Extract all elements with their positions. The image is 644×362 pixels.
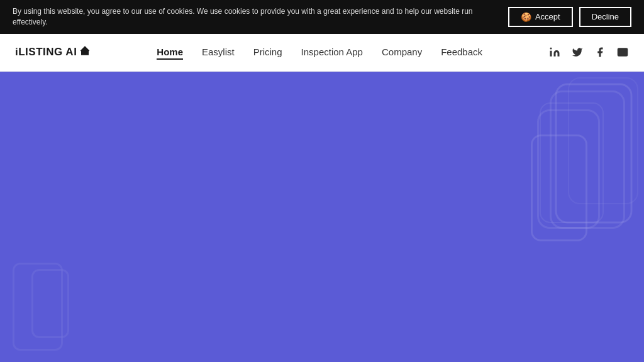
svg-rect-0 [550,51,552,57]
decline-label: Decline [592,12,619,21]
left-decoration [0,238,101,362]
social-icons [548,46,629,58]
nav-item-feedback[interactable]: Feedback [441,47,482,58]
cookie-icon: 🍪 [521,12,531,22]
svg-rect-3 [540,103,603,222]
accept-label: Accept [535,12,560,21]
nav-link-home[interactable]: Home [157,47,183,60]
hero-section [0,72,644,362]
nav-link-inspection-app[interactable]: Inspection App [301,47,363,57]
left-shape-2 [31,269,69,338]
nav-link-feedback[interactable]: Feedback [441,47,482,57]
nav-link-pricing[interactable]: Pricing [253,47,282,57]
twitter-icon[interactable] [571,46,584,58]
cookie-banner: By using this website, you agree to our … [0,0,644,34]
device-svg [506,72,644,362]
logo-text: iLISTING AI [15,45,91,60]
svg-rect-2 [556,84,631,222]
email-icon[interactable] [616,46,629,58]
nav-item-easylist[interactable]: Easylist [202,47,235,58]
linkedin-icon[interactable] [548,46,561,58]
nav-item-inspection-app[interactable]: Inspection App [301,47,363,58]
nav-link-company[interactable]: Company [382,47,422,57]
navbar: iLISTING AI Home Easylist Pricing Inspec… [0,34,644,72]
right-decoration [506,72,644,362]
nav-item-company[interactable]: Company [382,47,422,58]
logo-icon [79,45,91,60]
svg-point-1 [550,48,552,50]
cookie-message: By using this website, you agree to our … [13,6,496,28]
cookie-buttons: 🍪 Accept Decline [508,7,631,27]
accept-button[interactable]: 🍪 Accept [508,7,573,27]
nav-item-pricing[interactable]: Pricing [253,47,282,58]
nav-link-easylist[interactable]: Easylist [202,47,235,57]
nav-menu: Home Easylist Pricing Inspection App Com… [157,47,482,58]
decline-button[interactable]: Decline [579,7,631,27]
logo-wordmark: iLISTING AI [15,46,77,58]
nav-item-home[interactable]: Home [157,47,183,58]
logo[interactable]: iLISTING AI [15,45,91,60]
facebook-icon[interactable] [594,46,606,58]
